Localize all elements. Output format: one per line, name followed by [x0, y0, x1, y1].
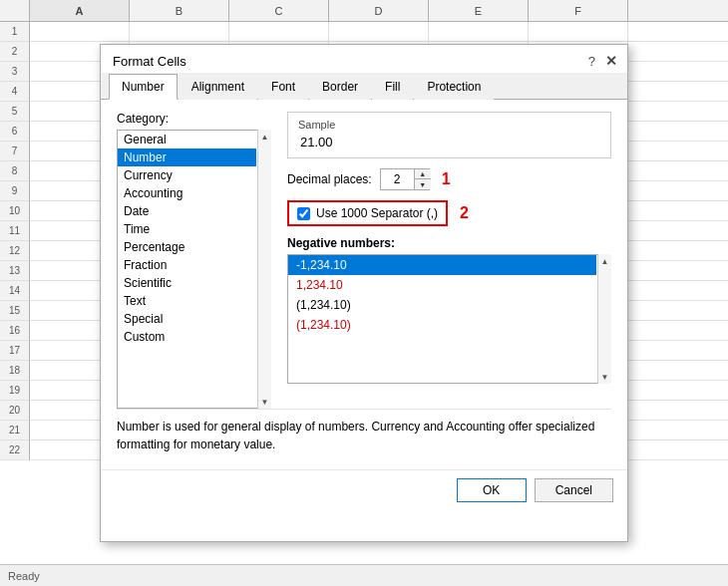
dialog-footer: OK Cancel: [101, 469, 627, 514]
tab-number[interactable]: Number: [109, 74, 178, 100]
scroll-up-arrow[interactable]: ▲: [258, 130, 272, 144]
category-date[interactable]: Date: [118, 202, 256, 220]
decimal-row: Decimal places: ▲ ▼ 1: [287, 168, 611, 190]
neg-scroll-down-arrow[interactable]: ▼: [598, 370, 612, 384]
decimal-label: Decimal places:: [287, 172, 372, 186]
category-accounting[interactable]: Accounting: [118, 184, 256, 202]
negative-list[interactable]: -1,234.10 1,234.10 (1,234.10) (1,234.10): [287, 254, 611, 384]
neg-item-2[interactable]: 1,234.10: [288, 275, 596, 295]
separator-row-wrap: Use 1000 Separator (,) 2: [287, 200, 611, 226]
category-scientific[interactable]: Scientific: [118, 274, 256, 292]
category-percentage[interactable]: Percentage: [118, 238, 256, 256]
dialog-titlebar: Format Cells ? ✕: [101, 45, 627, 73]
category-list[interactable]: General Number Currency Accounting Date …: [117, 130, 271, 409]
decimal-input-wrap: ▲ ▼: [380, 168, 430, 190]
tab-fill[interactable]: Fill: [372, 74, 413, 100]
decimal-spinners: ▲ ▼: [414, 169, 431, 189]
format-cells-dialog: Format Cells ? ✕ Number Alignment Font B…: [100, 44, 628, 542]
neg-item-1[interactable]: -1,234.10: [288, 255, 596, 275]
category-fraction[interactable]: Fraction: [118, 256, 256, 274]
badge-2: 2: [460, 204, 469, 222]
category-label: Category:: [117, 112, 271, 126]
separator-label[interactable]: Use 1000 Separator (,): [316, 206, 438, 220]
dialog-overlay: Format Cells ? ✕ Number Alignment Font B…: [0, 0, 728, 586]
tab-font[interactable]: Font: [258, 74, 308, 100]
category-list-container: General Number Currency Accounting Date …: [117, 130, 271, 409]
decimal-spin-down[interactable]: ▼: [415, 179, 431, 189]
tabs-container: Number Alignment Font Border Fill Protec…: [101, 73, 627, 100]
category-currency[interactable]: Currency: [118, 166, 256, 184]
negative-section: Negative numbers: -1,234.10 1,234.10 (1,…: [287, 236, 611, 384]
sample-section: Sample 21.00: [287, 112, 611, 158]
two-column-layout: Category: General Number Currency Accoun…: [117, 112, 611, 409]
separator-checkbox-row: Use 1000 Separator (,): [287, 200, 448, 226]
ok-button[interactable]: OK: [457, 478, 527, 502]
description-text: Number is used for general display of nu…: [117, 409, 611, 457]
badge-1: 1: [442, 170, 451, 188]
decimal-input[interactable]: [381, 171, 414, 187]
decimal-spin-up[interactable]: ▲: [415, 169, 431, 179]
scroll-down-arrow[interactable]: ▼: [258, 395, 272, 409]
tab-alignment[interactable]: Alignment: [179, 74, 257, 100]
category-scrollbar[interactable]: ▲ ▼: [257, 130, 271, 409]
negative-list-container: -1,234.10 1,234.10 (1,234.10) (1,234.10)…: [287, 254, 611, 384]
neg-item-3[interactable]: (1,234.10): [288, 295, 596, 315]
category-section: Category: General Number Currency Accoun…: [117, 112, 271, 409]
tab-protection[interactable]: Protection: [414, 74, 494, 100]
cancel-button[interactable]: Cancel: [535, 478, 613, 502]
category-special[interactable]: Special: [118, 310, 256, 328]
dialog-title: Format Cells: [113, 54, 186, 69]
category-custom[interactable]: Custom: [118, 328, 256, 346]
titlebar-controls: ? ✕: [588, 53, 617, 69]
category-text[interactable]: Text: [118, 292, 256, 310]
category-general[interactable]: General: [118, 131, 256, 148]
negative-label: Negative numbers:: [287, 236, 611, 250]
right-panel: Sample 21.00 Decimal places: ▲ ▼: [287, 112, 611, 409]
close-button[interactable]: ✕: [605, 53, 617, 69]
help-button[interactable]: ?: [588, 54, 595, 69]
sample-label: Sample: [298, 119, 600, 131]
neg-scroll-up-arrow[interactable]: ▲: [598, 254, 612, 268]
category-time[interactable]: Time: [118, 220, 256, 238]
separator-checkbox[interactable]: [297, 207, 310, 220]
neg-item-4[interactable]: (1,234.10): [288, 315, 596, 335]
tab-border[interactable]: Border: [309, 74, 371, 100]
dialog-content: Category: General Number Currency Accoun…: [101, 100, 627, 469]
negative-scrollbar[interactable]: ▲ ▼: [597, 254, 611, 384]
category-number[interactable]: Number: [118, 148, 256, 166]
sample-value: 21.00: [298, 135, 600, 149]
